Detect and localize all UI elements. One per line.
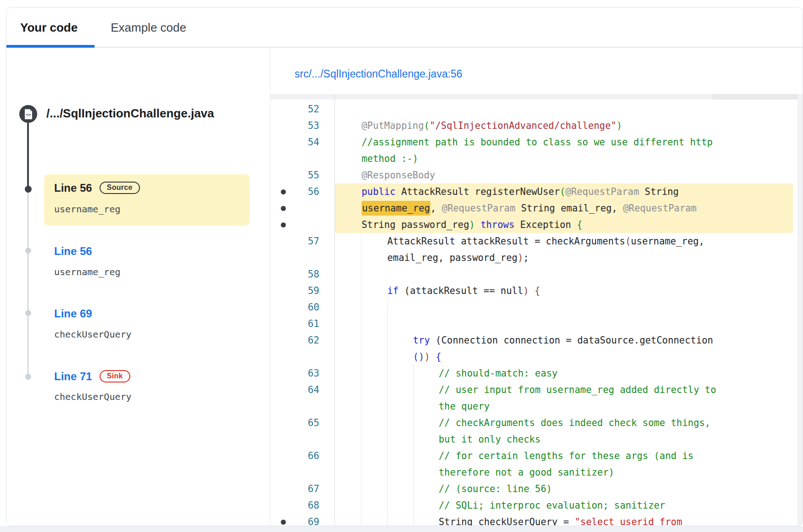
code-token: @RequestParam: [565, 186, 639, 197]
line-number: 53: [308, 117, 319, 134]
code-token: @PutMapping: [362, 120, 424, 131]
line-number: 66: [308, 448, 319, 464]
tab-example-code[interactable]: Example code: [111, 21, 186, 35]
trace-entry-line-56[interactable]: Line 56: [54, 245, 92, 258]
gutter-cell: [270, 150, 335, 167]
code-text: String password_reg) throws Exception {: [335, 216, 793, 233]
code-token: String password_reg: [362, 219, 469, 230]
entry-symbol: username_reg: [54, 266, 121, 277]
code-text: try (Connection connection = dataSource.…: [335, 332, 803, 349]
code-text: method :-): [335, 150, 803, 167]
gutter-cell: 60: [270, 299, 335, 316]
code-line: 60: [270, 299, 803, 316]
trace-sidebar: <> /.../SqlInjectionChallenge.java Line …: [6, 48, 270, 526]
code-line: 61: [270, 316, 803, 332]
trace-entry-line-56[interactable]: Line 56Source: [54, 182, 140, 194]
code-text: [335, 266, 803, 283]
code-token: (: [424, 120, 429, 131]
gutter-cell: 63: [270, 365, 335, 382]
code-line: 63// should-match: easy: [270, 365, 803, 382]
source-badge: Source: [100, 182, 140, 194]
code-text: // (source: line 56): [335, 481, 803, 497]
code-token: // (source: line 56): [439, 483, 552, 494]
indent-guide: [413, 365, 414, 526]
code-token: // SQLi; interproc evaluation; sanitizer: [439, 500, 665, 511]
timeline-dot: [25, 310, 31, 316]
line-number: 63: [308, 365, 319, 382]
entry-symbol: checkUserQuery: [54, 329, 132, 340]
code-line: 56public AttackResult registerNewUser(@R…: [270, 183, 803, 200]
code-text: // for certain lengths for these args (a…: [335, 448, 803, 464]
code-text: username_reg, @RequestParam String email…: [335, 200, 793, 216]
file-title: /.../SqlInjectionChallenge.java: [46, 105, 231, 122]
trace-entry-line-71[interactable]: Line 71Sink: [54, 370, 130, 383]
code-line: username_reg, @RequestParam String email…: [270, 200, 803, 216]
gutter-cell: 58: [270, 266, 335, 283]
code-viewer-card: Your codeExample code <> /.../SqlInjecti…: [6, 7, 803, 526]
highlighted-token: username_reg: [362, 201, 430, 216]
trace-bullet-icon: [281, 206, 286, 211]
timeline-dot: [25, 248, 31, 254]
code-token: String: [639, 186, 679, 197]
code-token: username_reg,: [631, 236, 704, 247]
code-token: // user input from username_reg added di…: [439, 384, 716, 395]
line-number: 61: [308, 316, 319, 332]
line-number: 54: [308, 134, 319, 150]
entry-symbol: username_reg: [54, 204, 121, 215]
gutter-cell: [270, 431, 335, 448]
code-token: AttackResult registerNewUser: [396, 186, 560, 197]
code-token: but it only checks: [439, 434, 541, 445]
code-token: attackResult == null: [410, 285, 523, 296]
code-token: // should-match: easy: [439, 368, 558, 379]
vertical-scrollbar[interactable]: [797, 94, 803, 526]
gutter-cell: 56: [270, 183, 335, 200]
tab-your-code[interactable]: Your code: [20, 21, 78, 35]
code-line: 58: [270, 266, 803, 283]
code-token: "select userid from: [574, 516, 682, 526]
entry-line-label[interactable]: Line 71: [54, 370, 92, 382]
code-token: throws: [480, 219, 514, 230]
code-line: the query: [270, 398, 803, 415]
timeline-dot: [25, 186, 32, 193]
gutter-cell: [270, 349, 335, 365]
indent-guide: [361, 233, 362, 526]
svg-text:<>: <>: [26, 112, 31, 117]
entry-line-label[interactable]: Line 56: [54, 245, 92, 257]
line-number: 55: [308, 167, 319, 183]
code-token: ): [523, 285, 529, 296]
sink-badge: Sink: [100, 370, 130, 382]
code-line: 52: [270, 101, 803, 117]
entry-line-label[interactable]: Line 69: [54, 307, 92, 320]
code-token: @RequestParam: [442, 203, 515, 214]
code-text: // checkArguments does indeed check some…: [335, 415, 803, 431]
gutter-cell: 59: [270, 283, 335, 299]
code-token: ,: [430, 203, 442, 214]
gutter-cell: 57: [270, 233, 335, 249]
trace-entry-line-69[interactable]: Line 69: [54, 307, 92, 320]
line-number: 56: [308, 183, 319, 200]
line-number: 68: [308, 497, 319, 514]
code-token: method :-): [362, 153, 418, 164]
trace-bullet-icon: [281, 520, 286, 525]
code-line: but it only checks: [270, 431, 803, 448]
line-number: 62: [308, 332, 319, 349]
code-line: 64// user input from username_reg added …: [270, 382, 803, 398]
code-file-icon: <>: [19, 105, 37, 123]
code-line: 59if (attackResult == null) {: [270, 283, 803, 299]
code-token: // checkArguments does indeed check some…: [439, 417, 710, 428]
code-text: @ResponseBody: [335, 167, 803, 183]
gutter-cell: 54: [270, 134, 335, 150]
line-number: 60: [308, 299, 319, 316]
line-number: 59: [308, 283, 319, 299]
file-location-link[interactable]: src/.../SqlInjectionChallenge.java:56: [295, 68, 463, 80]
gutter-cell: 52: [270, 101, 335, 117]
entry-line-label[interactable]: Line 56: [54, 182, 92, 194]
code-line: String password_reg) throws Exception {: [270, 216, 803, 233]
gutter-cell: 65: [270, 415, 335, 431]
code-token: String checkUserQuery =: [439, 516, 574, 526]
code-text: // SQLi; interproc evaluation; sanitizer: [335, 497, 803, 514]
gutter-cell: 69: [270, 514, 335, 526]
gutter-cell: 67: [270, 481, 335, 497]
timeline-segment-light: [27, 189, 29, 379]
code-line: therefore not a good sanitizer): [270, 464, 803, 481]
